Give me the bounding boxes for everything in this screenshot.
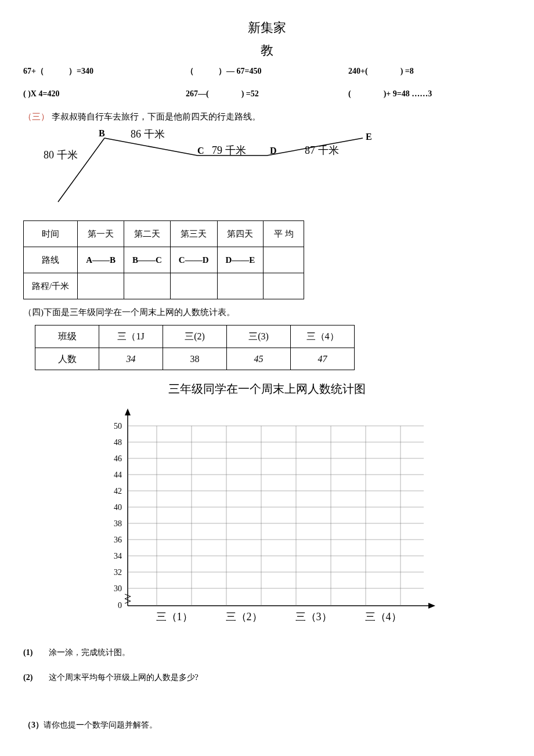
ytick: 46 <box>114 454 122 463</box>
question-2: (2) 这个周末平均每个班级上网的人数是多少? <box>23 671 511 684</box>
ytick: 0 <box>118 601 122 610</box>
ytick: 40 <box>114 503 122 512</box>
table-row: 人数 34 38 45 47 <box>35 348 355 370</box>
internet-table: 班级 三（1J 三(2) 三(3) 三（4） 人数 34 38 45 47 <box>35 325 355 370</box>
point-c-label: C <box>197 146 204 155</box>
t2-count-4: 47 <box>291 348 355 370</box>
td-dist-3 <box>170 273 217 299</box>
route-diagram: B C D E 80 千米 86 千米 79 千米 87 千米 <box>23 129 511 209</box>
ytick: 30 <box>114 584 122 593</box>
question-1: (1) 涂一涂，完成统计图。 <box>23 646 511 659</box>
t2-class-1: 三（1J <box>99 325 163 348</box>
ytick: 42 <box>114 487 122 495</box>
q3-num: （3） <box>23 721 44 729</box>
ytick: 32 <box>114 568 122 577</box>
t2-class-3: 三(3) <box>227 325 291 348</box>
td-route-avg <box>264 247 304 273</box>
bar-chart-grid: 50 48 46 44 42 40 38 36 34 32 30 0 三（1） … <box>23 403 511 635</box>
eq-2-2: 267—( ) =52 <box>186 88 348 100</box>
td-route-3: C——D <box>170 247 217 273</box>
q2-num: (2) <box>23 671 46 684</box>
td-route-1: A——B <box>78 247 124 273</box>
equation-row-1: 67+（ ）=340 （ ）— 67=450 240+( ) =8 <box>23 65 511 78</box>
page-header-sub: 教 <box>23 40 511 60</box>
section-4-heading: （四)下面是三年级同学在一个周末上网的人数统计表。 <box>23 305 511 319</box>
dist-ab: 80 千米 <box>44 149 78 161</box>
svg-marker-5 <box>125 408 131 415</box>
point-d-label: D <box>270 146 277 155</box>
t2-class-4: 三（4） <box>291 325 355 348</box>
svg-line-0 <box>58 138 104 202</box>
xtick: 三（1） <box>156 611 193 623</box>
eq-1-2: （ ）— 67=450 <box>186 65 348 78</box>
question-3: （3）请你也提一个数学问题并解答。 <box>23 719 511 732</box>
table-row: 时间 第一天 第二天 第三天 第四天 平 均 <box>24 221 304 247</box>
point-e-label: E <box>366 132 372 142</box>
t2-count-3: 45 <box>227 348 291 370</box>
q1-num: (1) <box>23 646 46 659</box>
section-3-heading: （三） 李叔叔骑自行车去旅行，下面是他前四天的行走路线。 <box>23 110 511 124</box>
point-b-label: B <box>99 129 105 138</box>
th-day2: 第二天 <box>124 221 171 247</box>
th-day4: 第四天 <box>217 221 264 247</box>
section-3-text: 李叔叔骑自行车去旅行，下面是他前四天的行走路线。 <box>52 112 261 121</box>
th-time: 时间 <box>24 221 78 247</box>
th-day1: 第一天 <box>78 221 124 247</box>
route-table: 时间 第一天 第二天 第三天 第四天 平 均 路线 A——B B——C C——D… <box>23 220 304 299</box>
eq-2-1: ( )X 4=420 <box>23 88 186 100</box>
q2-text: 这个周末平均每个班级上网的人数是多少? <box>49 673 199 682</box>
ytick: 50 <box>114 422 122 431</box>
dist-cd: 79 千米 <box>212 144 246 156</box>
eq-1-1: 67+（ ）=340 <box>23 65 186 78</box>
ytick: 44 <box>114 471 122 479</box>
route-svg: B C D E 80 千米 86 千米 79 千米 87 千米 <box>41 129 389 205</box>
page-header-title: 新集家 <box>23 17 511 38</box>
th-day3: 第三天 <box>170 221 217 247</box>
ytick: 36 <box>114 536 122 544</box>
table-row: 班级 三（1J 三(2) 三(3) 三（4） <box>35 325 355 348</box>
vertical-grid <box>157 426 400 606</box>
td-route-4: D——E <box>217 247 264 273</box>
grid-lines <box>128 426 424 588</box>
q1-text: 涂一涂，完成统计图。 <box>49 648 130 657</box>
dist-de: 87 千米 <box>305 144 339 156</box>
eq-2-3: ( )+ 9=48 ……3 <box>348 88 511 100</box>
svg-line-1 <box>104 138 197 155</box>
xtick: 三（4） <box>365 611 402 623</box>
q3-text: 请你也提一个数学问题并解答。 <box>44 721 157 729</box>
equation-row-2: ( )X 4=420 267—( ) =52 ( )+ 9=48 ……3 <box>23 88 511 100</box>
ytick: 34 <box>114 552 122 560</box>
td-route-label: 路线 <box>24 247 78 273</box>
eq-1-3: 240+( ) =8 <box>348 65 511 78</box>
td-dist-avg <box>264 273 304 299</box>
td-route-2: B——C <box>124 247 171 273</box>
th-avg: 平 均 <box>264 221 304 247</box>
chart-title: 三年级同学在一个周末上网人数统计图 <box>23 379 511 398</box>
xtick: 三（3） <box>295 611 332 623</box>
ytick: 48 <box>114 438 122 447</box>
td-dist-2 <box>124 273 171 299</box>
svg-marker-7 <box>428 603 435 609</box>
xtick: 三（2） <box>226 611 262 623</box>
table-row: 路线 A——B B——C C——D D——E <box>24 247 304 273</box>
t2-count-1: 34 <box>99 348 163 370</box>
section-3-label: （三） <box>23 112 49 121</box>
td-dist-4 <box>217 273 264 299</box>
dist-bc: 86 千米 <box>131 129 165 140</box>
t2-class-2: 三(2) <box>163 325 227 348</box>
chart-svg: 50 48 46 44 42 40 38 36 34 32 30 0 三（1） … <box>93 403 441 635</box>
td-dist-1 <box>78 273 124 299</box>
td-dist-label: 路程/千米 <box>24 273 78 299</box>
t2-count-label: 人数 <box>35 348 99 370</box>
table-row: 路程/千米 <box>24 273 304 299</box>
t2-class-label: 班级 <box>35 325 99 348</box>
t2-count-2: 38 <box>163 348 227 370</box>
ytick: 38 <box>114 519 122 528</box>
